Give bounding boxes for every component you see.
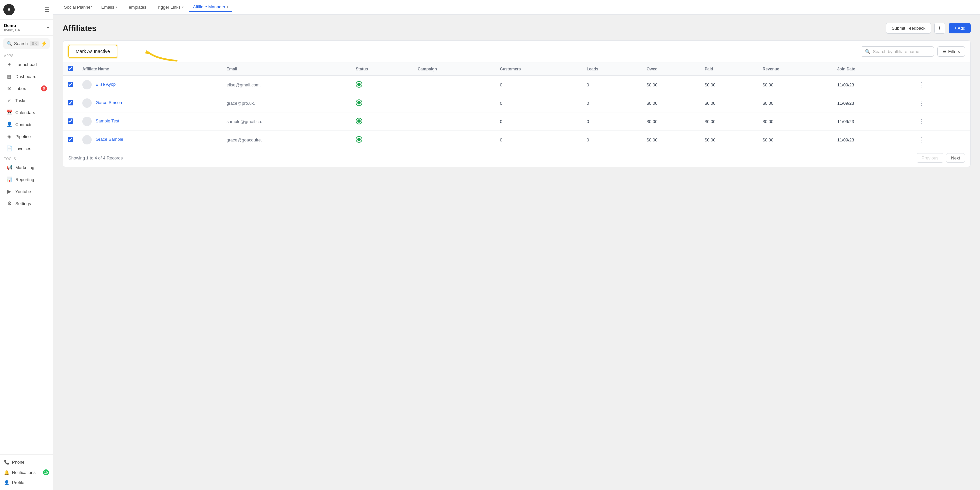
affiliates-table: Affiliate Name Email Status Campaign Cus… [63,62,970,149]
sidebar-item-phone[interactable]: 📞 Phone [0,457,53,467]
sidebar-top: A ☰ [0,0,53,20]
affiliate-name-link[interactable]: Garce Smson [95,100,122,105]
row-customers: 0 [495,131,582,149]
chevron-down-icon: ▾ [116,5,117,9]
table-row: Elise Ayop elise@gmail.com. 0 0 $0.00 $0… [63,76,970,94]
search-icon: 🔍 [865,49,870,54]
sidebar-item-tasks[interactable]: ✓ Tasks [2,95,51,106]
row-more-actions[interactable]: ⋮ [911,131,970,149]
row-checkbox-cell[interactable] [63,76,78,94]
sidebar-item-marketing[interactable]: 📢 Marketing [2,162,51,173]
next-button[interactable]: Next [946,153,965,163]
sidebar-item-label: Youtube [15,189,31,194]
sidebar-item-settings[interactable]: ⚙ Settings [2,198,51,209]
affiliate-name-link[interactable]: Sample Test [95,118,119,123]
sidebar-item-invoices[interactable]: 📄 Invoices [2,143,51,154]
status-active-icon [356,101,362,107]
more-actions-button[interactable]: ⋮ [916,80,927,90]
account-location: Irvine, CA [4,28,20,32]
search-label: Search [14,41,28,46]
row-revenue: $0.00 [758,131,833,149]
chevron-down-icon: ▾ [227,5,228,9]
tasks-icon: ✓ [6,97,13,104]
nav-templates[interactable]: Templates [123,3,150,12]
th-email: Email [222,62,352,76]
row-paid: $0.00 [700,112,758,131]
row-join-date: 11/09/23 [833,94,911,112]
marketing-icon: 📢 [6,164,13,171]
row-email: elise@gmail.com. [222,76,352,94]
nav-emails[interactable]: Emails ▾ [97,3,121,12]
settings-icon: ⚙ [6,201,13,206]
sidebar-item-reporting[interactable]: 📊 Reporting [2,174,51,185]
row-more-actions[interactable]: ⋮ [911,94,970,112]
affiliate-name-link[interactable]: Elise Ayop [95,82,116,87]
row-checkbox-cell[interactable] [63,112,78,131]
submit-feedback-button[interactable]: Submit Feedback [886,23,931,34]
row-more-actions[interactable]: ⋮ [911,112,970,131]
row-more-actions[interactable]: ⋮ [911,76,970,94]
row-join-date: 11/09/23 [833,76,911,94]
search-button[interactable]: 🔍 Search ⌘K ⚡ [3,38,50,49]
row-leads: 0 [582,112,642,131]
sidebar-item-profile[interactable]: 👤 Profile [0,478,53,487]
avatar: A [3,4,15,15]
sidebar-item-contacts[interactable]: 👤 Contacts [2,119,51,130]
account-switcher[interactable]: Demo Irvine, CA ▾ [0,20,53,36]
nav-trigger-links[interactable]: Trigger Links ▾ [152,3,188,12]
table-header-row: Affiliate Name Email Status Campaign Cus… [63,62,970,76]
page-header: Affiliates Submit Feedback ⬇ + Add [63,23,970,34]
sidebar-item-youtube[interactable]: ▶ Youtube [2,186,51,197]
select-all-checkbox[interactable] [68,66,73,71]
row-campaign [413,76,495,94]
more-actions-button[interactable]: ⋮ [916,98,927,108]
row-checkbox[interactable] [68,137,73,142]
status-active-icon [356,119,362,126]
menu-icon[interactable]: ☰ [45,6,50,13]
previous-button[interactable]: Previous [917,153,943,163]
avatar [82,98,92,108]
reporting-icon: 📊 [6,176,13,182]
row-checkbox[interactable] [68,82,73,87]
row-checkbox-cell[interactable] [63,131,78,149]
sidebar-item-label: Contacts [15,122,32,127]
profile-icon: 👤 [4,480,10,485]
svg-point-2 [357,83,361,86]
row-revenue: $0.00 [758,112,833,131]
sidebar-item-label: Settings [15,201,31,206]
notifications-badge: 15 [43,469,49,475]
calendars-icon: 📅 [6,109,13,115]
table-body: Elise Ayop elise@gmail.com. 0 0 $0.00 $0… [63,76,970,149]
sidebar-item-dashboard[interactable]: ▦ Dashboard [2,71,51,82]
search-shortcut: ⌘K [30,41,39,46]
row-checkbox[interactable] [68,118,73,124]
sidebar-item-pipeline[interactable]: ◈ Pipeline [2,131,51,142]
add-button[interactable]: + Add [949,23,970,34]
affiliate-name-link[interactable]: Grace Sample [95,137,123,142]
sidebar-item-label: Dashboard [15,74,37,79]
sidebar-item-launchpad[interactable]: ⊞ Launchpad [2,59,51,70]
mark-inactive-button[interactable]: Mark As Inactive [68,45,117,58]
row-checkbox[interactable] [68,100,73,105]
row-affiliate-name: Grace Sample [78,131,222,149]
row-email: grace@pro.uk. [222,94,352,112]
row-campaign [413,131,495,149]
row-customers: 0 [495,76,582,94]
bolt-icon: ⚡ [41,40,47,47]
row-status [351,131,413,149]
more-actions-button[interactable]: ⋮ [916,135,927,145]
filters-button[interactable]: ☰ Filters [937,46,965,57]
sidebar-item-inbox[interactable]: ✉ Inbox 9 [2,83,51,94]
more-actions-button[interactable]: ⋮ [916,117,927,126]
nav-social-planner[interactable]: Social Planner [60,3,96,12]
sidebar-item-notifications[interactable]: 🔔 Notifications 15 [0,467,53,478]
row-email: grace@goacquire. [222,131,352,149]
sidebar-bottom: 📞 Phone 🔔 Notifications 15 👤 Profile [0,454,53,490]
sidebar-item-calendars[interactable]: 📅 Calendars [2,107,51,118]
row-affiliate-name: Garce Smson [78,94,222,112]
nav-affiliate-manager[interactable]: Affiliate Manager ▾ [189,2,232,12]
row-checkbox-cell[interactable] [63,94,78,112]
inbox-badge: 9 [41,85,47,91]
download-button[interactable]: ⬇ [934,23,945,34]
search-input[interactable]: 🔍 Search by affiliate name [861,46,934,57]
